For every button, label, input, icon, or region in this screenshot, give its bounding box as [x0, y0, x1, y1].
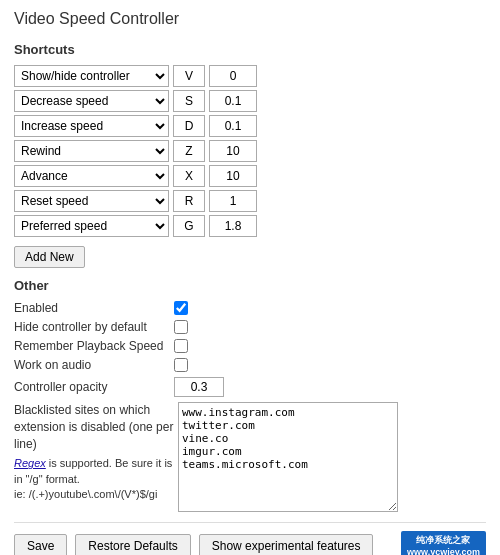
shortcut-value-input[interactable]	[209, 115, 257, 137]
save-button[interactable]: Save	[14, 534, 67, 556]
restore-defaults-button[interactable]: Restore Defaults	[75, 534, 190, 556]
shortcuts-rows: Show/hide controllerDecrease speedIncrea…	[14, 65, 486, 237]
shortcut-action-select[interactable]: Show/hide controllerDecrease speedIncrea…	[14, 165, 169, 187]
other-option-row: Hide controller by default	[14, 320, 486, 334]
regex-example: ie: /(.+)youtube\.com\/(V*)$/gi	[14, 488, 157, 500]
shortcut-action-select[interactable]: Show/hide controllerDecrease speedIncrea…	[14, 215, 169, 237]
page-container: Video Speed Controller Shortcuts Show/hi…	[0, 0, 500, 555]
shortcut-row: Show/hide controllerDecrease speedIncrea…	[14, 165, 486, 187]
controller-opacity-input[interactable]	[174, 377, 224, 397]
shortcut-row: Show/hide controllerDecrease speedIncrea…	[14, 140, 486, 162]
other-option-checkbox[interactable]	[174, 358, 188, 372]
other-option-checkbox[interactable]	[174, 339, 188, 353]
shortcut-action-select[interactable]: Show/hide controllerDecrease speedIncrea…	[14, 90, 169, 112]
other-option-label: Enabled	[14, 301, 174, 315]
shortcut-key-input[interactable]	[173, 65, 205, 87]
shortcut-value-input[interactable]	[209, 90, 257, 112]
other-option-row: Enabled	[14, 301, 486, 315]
shortcut-value-input[interactable]	[209, 140, 257, 162]
watermark: 纯净系统之家www.ycwjey.com	[401, 531, 486, 555]
shortcut-key-input[interactable]	[173, 140, 205, 162]
other-option-row: Remember Playback Speed	[14, 339, 486, 353]
other-section: Other EnabledHide controller by defaultR…	[14, 278, 486, 512]
other-option-checkbox[interactable]	[174, 320, 188, 334]
show-experimental-button[interactable]: Show experimental features	[199, 534, 374, 556]
regex-note: Regex is supported. Be sure it is in "/g…	[14, 456, 174, 502]
other-option-label: Work on audio	[14, 358, 174, 372]
shortcut-key-input[interactable]	[173, 115, 205, 137]
shortcut-action-select[interactable]: Show/hide controllerDecrease speedIncrea…	[14, 115, 169, 137]
shortcut-row: Show/hide controllerDecrease speedIncrea…	[14, 65, 486, 87]
page-title: Video Speed Controller	[14, 10, 486, 32]
shortcuts-section: Shortcuts Show/hide controllerDecrease s…	[14, 42, 486, 268]
shortcuts-section-title: Shortcuts	[14, 42, 486, 57]
shortcut-row: Show/hide controllerDecrease speedIncrea…	[14, 215, 486, 237]
regex-link[interactable]: Regex	[14, 457, 46, 469]
add-new-button[interactable]: Add New	[14, 246, 85, 268]
shortcut-row: Show/hide controllerDecrease speedIncrea…	[14, 115, 486, 137]
shortcut-value-input[interactable]	[209, 65, 257, 87]
other-options: EnabledHide controller by defaultRemembe…	[14, 301, 486, 397]
shortcut-row: Show/hide controllerDecrease speedIncrea…	[14, 90, 486, 112]
other-section-title: Other	[14, 278, 486, 293]
shortcut-action-select[interactable]: Show/hide controllerDecrease speedIncrea…	[14, 190, 169, 212]
watermark-box: 纯净系统之家www.ycwjey.com	[401, 531, 486, 555]
footer: Save Restore Defaults Show experimental …	[14, 522, 486, 555]
shortcut-row: Show/hide controllerDecrease speedIncrea…	[14, 190, 486, 212]
blacklist-left: Blacklisted sites on which extension is …	[14, 402, 174, 503]
other-option-label: Hide controller by default	[14, 320, 174, 334]
blacklist-row: Blacklisted sites on which extension is …	[14, 402, 486, 512]
shortcut-value-input[interactable]	[209, 165, 257, 187]
shortcut-key-input[interactable]	[173, 215, 205, 237]
shortcut-key-input[interactable]	[173, 190, 205, 212]
blacklist-label: Blacklisted sites on which extension is …	[14, 402, 174, 452]
blacklist-textarea[interactable]	[178, 402, 398, 512]
other-option-label: Controller opacity	[14, 380, 174, 394]
shortcut-action-select[interactable]: Show/hide controllerDecrease speedIncrea…	[14, 65, 169, 87]
other-option-row: Controller opacity	[14, 377, 486, 397]
other-option-row: Work on audio	[14, 358, 486, 372]
other-option-checkbox[interactable]	[174, 301, 188, 315]
shortcut-key-input[interactable]	[173, 90, 205, 112]
shortcut-value-input[interactable]	[209, 215, 257, 237]
other-option-label: Remember Playback Speed	[14, 339, 174, 353]
shortcut-action-select[interactable]: Show/hide controllerDecrease speedIncrea…	[14, 140, 169, 162]
shortcut-key-input[interactable]	[173, 165, 205, 187]
shortcut-value-input[interactable]	[209, 190, 257, 212]
